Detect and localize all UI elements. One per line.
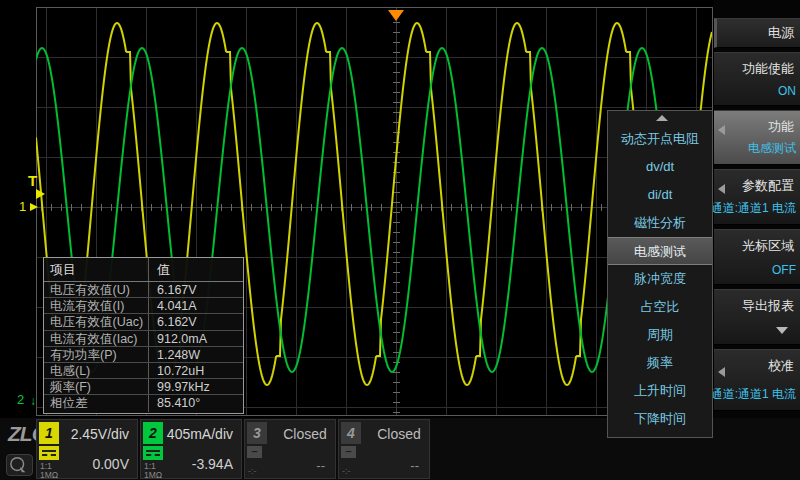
measure-item: 频率(F) [44, 379, 149, 394]
measure-table-body: 电压有效值(U)6.167V电流有效值(I)4.041A电压有效值(Uac)6.… [44, 282, 243, 412]
channel-3-block[interactable]: 3–-:-Closed-- [244, 419, 336, 479]
chevron-left-icon [718, 367, 725, 377]
sidebar-button-sub: 电感测试 [748, 140, 796, 157]
measure-item: 电感(L) [44, 363, 149, 378]
ch1-zero-marker[interactable]: 1 [19, 199, 26, 214]
measure-table: 项目 值 电压有效值(U)6.167V电流有效值(I)4.041A电压有效值(U… [43, 257, 244, 414]
coupling-off-icon: – [247, 446, 262, 458]
sidebar-button-cursor[interactable]: 光标区域OFF [714, 229, 800, 285]
measure-value: 912.0mA [149, 331, 243, 346]
measure-value: 6.162V [149, 314, 243, 329]
menu-item-5[interactable]: 电感测试 [608, 237, 712, 265]
chevron-left-icon [718, 125, 725, 135]
measure-value: 6.167V [149, 282, 243, 297]
sidebar-button-label: 参数配置 [742, 177, 794, 195]
sidebar-button-label: 功能使能 [742, 60, 794, 78]
channel-offset-value: -- [410, 458, 419, 473]
channel-offset-value: 0.00V [92, 456, 129, 472]
sidebar-button-export[interactable]: 导出报表 [714, 289, 800, 345]
probe-impedance-label: 1:11MΩ [40, 462, 58, 480]
sidebar-button-power[interactable]: 电源 [714, 18, 800, 48]
measure-table-header: 项目 值 [44, 258, 243, 282]
sidebar-button-label: 导出报表 [742, 297, 794, 315]
channel-offset-value: -3.94A [192, 456, 233, 472]
measure-item: 相位差 [44, 395, 149, 411]
sidebar-button-calibrate[interactable]: 校准通道:通道1 电流 [714, 349, 800, 411]
sidebar-button-enable[interactable]: 功能使能ON [714, 52, 800, 106]
channel-scale: 405mA/div [167, 426, 233, 442]
trigger-level-arrow-icon[interactable] [36, 189, 45, 199]
ch1-zero-arrow-icon[interactable] [30, 203, 38, 211]
probe-impedance-label: -:- [342, 466, 351, 476]
table-row: 有功功率(P)1.248W [44, 347, 243, 363]
ch2-offscreen-marker[interactable]: 2 [17, 392, 24, 407]
sidebar-button-function[interactable]: 功能电感测试 [714, 110, 800, 165]
sidebar-button-label: 功能 [768, 118, 794, 136]
coupling-dc-icon [39, 446, 59, 460]
measure-item: 有功功率(P) [44, 347, 149, 362]
function-dropdown-menu: 动态开点电阻dv/dtdi/dt磁性分析电感测试脉冲宽度占空比周期频率上升时间下… [607, 110, 713, 438]
measure-value: 1.248W [149, 347, 243, 362]
sidebar-button-label: 电源 [768, 24, 794, 42]
table-row: 频率(F)99.97kHz [44, 379, 243, 395]
sidebar-button-params[interactable]: 参数配置通道:通道1 电流 [714, 169, 800, 225]
measure-col-item: 项目 [44, 258, 149, 281]
menu-item-4[interactable]: 磁性分析 [608, 209, 712, 237]
chevron-down-icon [776, 327, 788, 334]
sidebar-menu: 电源功能使能ON功能电感测试参数配置通道:通道1 电流光标区域OFF导出报表校准… [714, 0, 800, 418]
measure-col-value: 值 [149, 258, 243, 281]
channel-2-block[interactable]: 21:11MΩ405mA/div-3.94A [140, 419, 242, 479]
table-row: 电流有效值(I)4.041A [44, 298, 243, 314]
sidebar-button-label: 光标区域 [742, 237, 794, 255]
measure-item: 电流有效值(I) [44, 298, 149, 313]
coupling-off-icon: – [341, 446, 356, 458]
measure-value: 99.97kHz [149, 379, 243, 394]
menu-item-8[interactable]: 周期 [608, 321, 712, 349]
menu-item-11[interactable]: 下降时间 [608, 405, 712, 433]
measure-item: 电压有效值(Uac) [44, 314, 149, 329]
measure-item: 电流有效值(Iac) [44, 331, 149, 346]
channel-scale: Closed [275, 426, 335, 442]
probe-impedance-label: 1:11MΩ [144, 462, 162, 480]
sidebar-button-sub: 通道:通道1 电流 [711, 386, 796, 403]
menu-item-6[interactable]: 脉冲宽度 [608, 265, 712, 293]
ch2-down-arrow-icon[interactable]: ↓ [30, 394, 36, 408]
menu-scroll-up-icon[interactable] [656, 115, 668, 121]
measure-value: 4.041A [149, 298, 243, 313]
measure-value: 10.72uH [149, 363, 243, 378]
sidebar-button-sub: ON [778, 84, 796, 98]
coupling-dc-icon [143, 446, 163, 460]
menu-item-10[interactable]: 上升时间 [608, 377, 712, 405]
trigger-position-marker-icon[interactable] [388, 10, 404, 21]
channel-scale: 2.45V/div [71, 426, 129, 442]
channel-4-block[interactable]: 4–-:-Closed-- [338, 419, 430, 479]
table-row: 电压有效值(U)6.167V [44, 282, 243, 298]
table-row: 电压有效值(Uac)6.162V [44, 314, 243, 330]
sidebar-button-sub: OFF [772, 263, 796, 277]
sidebar-button-label: 校准 [768, 357, 794, 375]
table-row: 电流有效值(Iac)912.0mA [44, 331, 243, 347]
channel-2-badge[interactable]: 2 [143, 422, 163, 444]
channel-3-badge[interactable]: 3 [247, 422, 267, 444]
table-row: 电感(L)10.72uH [44, 363, 243, 379]
menu-item-1[interactable]: 动态开点电阻 [608, 125, 712, 153]
channel-1-badge[interactable]: 1 [39, 422, 59, 444]
measure-value: 85.410° [149, 395, 243, 411]
trigger-level-marker[interactable]: T [28, 172, 37, 189]
sidebar-button-sub: 通道:通道1 电流 [711, 200, 796, 217]
oscilloscope-screen: T 1 2 ↓ 项目 值 电压有效值(U)6.167V电流有效值(I)4.041… [0, 0, 800, 480]
probe-impedance-label: -:- [248, 466, 257, 476]
channel-scale: Closed [369, 426, 429, 442]
measure-item: 电压有效值(U) [44, 282, 149, 297]
menu-item-3[interactable]: di/dt [608, 181, 712, 209]
knob-icon[interactable] [6, 454, 33, 476]
channel-4-badge[interactable]: 4 [341, 422, 361, 444]
menu-item-2[interactable]: dv/dt [608, 153, 712, 181]
channel-offset-value: -- [316, 458, 325, 473]
menu-item-9[interactable]: 频率 [608, 349, 712, 377]
menu-item-7[interactable]: 占空比 [608, 293, 712, 321]
table-row: 相位差85.410° [44, 395, 243, 411]
channel-1-block[interactable]: 11:11MΩ2.45V/div0.00V [36, 419, 138, 479]
chevron-left-icon [718, 184, 725, 194]
